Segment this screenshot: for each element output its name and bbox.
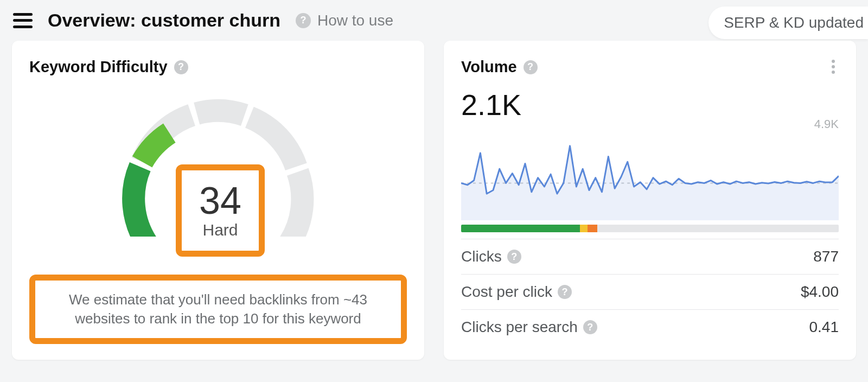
kd-score-box: 34 Hard: [176, 164, 265, 257]
card-header: Volume ?: [461, 58, 839, 79]
share-segment: [588, 225, 597, 232]
svg-point-1: [832, 65, 835, 68]
top-bar: Overview: customer churn ? How to use SE…: [0, 0, 868, 41]
page-title: Overview: customer churn: [48, 10, 280, 31]
volume-card: Volume ? 2.1K 4.9K Clicks ? 877 Cost per…: [444, 41, 856, 360]
kd-gauge: 34 Hard: [120, 96, 316, 258]
how-to-use-label: How to use: [317, 12, 393, 29]
help-icon[interactable]: ?: [558, 285, 572, 299]
metric-value: $4.00: [801, 283, 839, 301]
help-icon: ?: [296, 13, 311, 28]
volume-metrics: Clicks ? 877 Cost per click ? $4.00 Clic…: [461, 239, 839, 345]
more-icon[interactable]: [828, 58, 839, 79]
metric-row-cps: Clicks per search ? 0.41: [461, 309, 839, 345]
volume-title: Volume: [461, 58, 517, 76]
kd-title: Keyword Difficulty: [29, 58, 168, 76]
cards-row: Keyword Difficulty ? 34 Hard We estimate…: [0, 41, 868, 360]
help-icon[interactable]: ?: [174, 60, 188, 74]
serp-kd-pill[interactable]: SERP & KD updated: [709, 7, 868, 39]
help-icon[interactable]: ?: [524, 60, 538, 74]
how-to-use-link[interactable]: ? How to use: [296, 12, 393, 29]
volume-value: 2.1K: [461, 88, 839, 122]
metric-value: 877: [813, 248, 839, 265]
metric-label: Cost per click: [461, 283, 552, 301]
metric-value: 0.41: [809, 319, 839, 336]
metric-label: Clicks: [461, 248, 502, 265]
help-icon[interactable]: ?: [507, 250, 521, 264]
help-icon[interactable]: ?: [583, 320, 597, 334]
share-segment: [597, 225, 839, 232]
volume-share-bar: [461, 225, 839, 232]
share-segment: [580, 225, 588, 232]
metric-row-cpc: Cost per click ? $4.00: [461, 274, 839, 309]
share-segment: [461, 225, 580, 232]
metric-row-clicks: Clicks ? 877: [461, 239, 839, 274]
volume-sparkline: [461, 133, 839, 220]
metric-label: Clicks per search: [461, 319, 578, 336]
card-header: Keyword Difficulty ?: [29, 58, 407, 76]
menu-icon[interactable]: [13, 13, 33, 28]
keyword-difficulty-card: Keyword Difficulty ? 34 Hard We estimate…: [12, 41, 424, 360]
svg-point-2: [832, 71, 835, 74]
kd-value: 34: [199, 182, 241, 220]
kd-estimate: We estimate that you'll need backlinks f…: [29, 275, 407, 344]
kd-label: Hard: [202, 221, 238, 239]
svg-point-0: [832, 60, 835, 63]
